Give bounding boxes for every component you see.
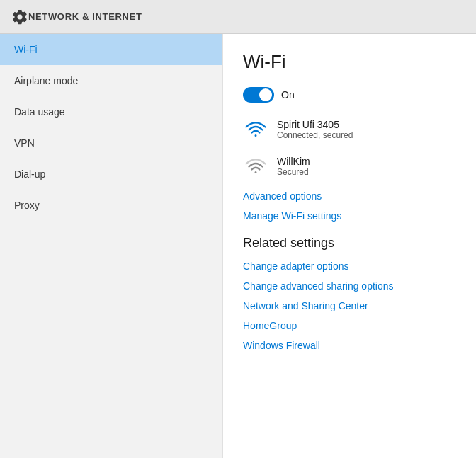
change-adapter-link[interactable]: Change adapter options xyxy=(243,261,456,272)
windows-firewall-link[interactable]: Windows Firewall xyxy=(243,340,456,351)
sidebar-item-datausage[interactable]: Data usage xyxy=(0,96,222,127)
wifi-toggle[interactable] xyxy=(243,87,274,103)
sidebar-item-vpn[interactable]: VPN xyxy=(0,127,222,159)
gear-icon xyxy=(11,8,28,25)
wifi-toggle-row: On xyxy=(243,87,456,103)
header: NETWORK & INTERNET xyxy=(0,0,476,34)
wifi-full-icon xyxy=(243,117,268,142)
page-title: Wi-Fi xyxy=(243,51,456,73)
related-settings-title: Related settings xyxy=(243,236,456,251)
network-status-2: Secured xyxy=(277,167,310,177)
sidebar-item-dialup[interactable]: Dial-up xyxy=(0,159,222,190)
homegroup-link[interactable]: HomeGroup xyxy=(243,320,456,331)
main-layout: Wi-Fi Airplane mode Data usage VPN Dial-… xyxy=(0,34,476,458)
network-status-1: Connected, secured xyxy=(277,130,353,140)
wifi-medium-icon xyxy=(243,154,268,179)
sidebar-item-wifi[interactable]: Wi-Fi xyxy=(0,34,222,65)
toggle-thumb xyxy=(259,88,272,101)
sidebar: Wi-Fi Airplane mode Data usage VPN Dial-… xyxy=(0,34,222,458)
network-info-connected: Spirit Ufi 3405 Connected, secured xyxy=(277,119,353,140)
network-item-available[interactable]: WillKim Secured xyxy=(243,154,456,179)
sidebar-item-proxy[interactable]: Proxy xyxy=(0,190,222,221)
toggle-label: On xyxy=(281,89,295,101)
network-sharing-center-link[interactable]: Network and Sharing Center xyxy=(243,300,456,311)
sidebar-item-airplane[interactable]: Airplane mode xyxy=(0,65,222,96)
network-name-1: Spirit Ufi 3405 xyxy=(277,119,353,130)
content-panel: Wi-Fi On Spirit Ufi 3405 Connected, secu… xyxy=(222,34,476,458)
advanced-options-link[interactable]: Advanced options xyxy=(243,190,456,202)
network-item-connected[interactable]: Spirit Ufi 3405 Connected, secured xyxy=(243,117,456,142)
network-info-available: WillKim Secured xyxy=(277,156,310,177)
manage-wifi-link[interactable]: Manage Wi-Fi settings xyxy=(243,210,456,222)
change-sharing-link[interactable]: Change advanced sharing options xyxy=(243,280,456,292)
network-name-2: WillKim xyxy=(277,156,310,167)
header-title: NETWORK & INTERNET xyxy=(28,11,142,22)
